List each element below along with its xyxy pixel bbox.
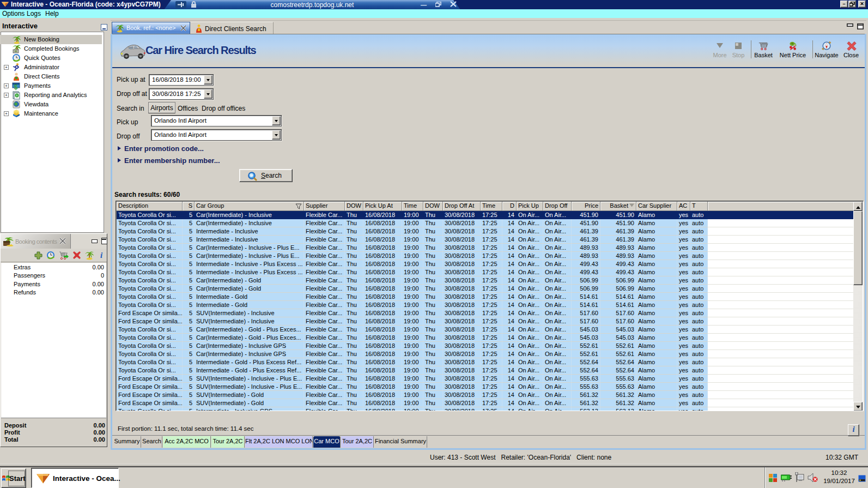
- svg-text:$: $: [14, 83, 18, 91]
